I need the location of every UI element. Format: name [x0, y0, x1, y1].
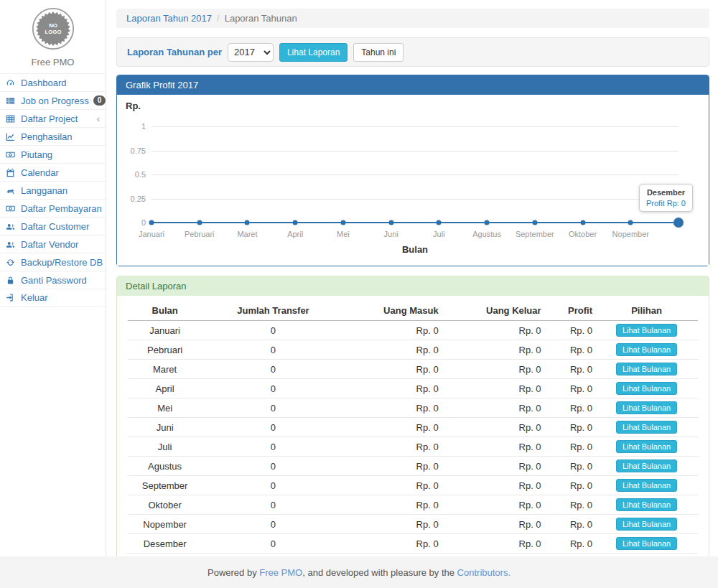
- x-tick-label: Juli: [433, 230, 445, 238]
- sidebar-item-label: Langganan: [21, 185, 67, 196]
- sidebar-item-daftar-vendor[interactable]: Daftar Vendor: [0, 235, 106, 253]
- table-row-september: September0Rp. 0Rp. 0Rp. 0Lihat Bulanan: [128, 476, 698, 495]
- lihat-bulanan-button[interactable]: Lihat Bulanan: [616, 459, 677, 472]
- lihat-bulanan-button[interactable]: Lihat Bulanan: [616, 440, 677, 453]
- sidebar-item-dashboard[interactable]: Dashboard: [0, 73, 106, 91]
- breadcrumb-link[interactable]: Laporan Tahun 2017: [126, 13, 212, 24]
- lihat-bulanan-button[interactable]: Lihat Bulanan: [616, 401, 677, 414]
- cell-pilihan: Lihat Bulanan: [595, 321, 698, 340]
- data-point-juni[interactable]: [388, 220, 393, 225]
- column-header-bulan: Bulan: [128, 302, 202, 321]
- data-point-agustus[interactable]: [485, 220, 490, 225]
- data-point-januari[interactable]: [149, 220, 154, 225]
- cell-bulan: Pebruari: [128, 340, 202, 360]
- svg-text:NO: NO: [49, 22, 57, 29]
- main-content: Laporan Tahun 2017 / Laporan Tahunan Lap…: [106, 0, 718, 556]
- job-count-badge: 0: [93, 95, 106, 106]
- data-point-juli[interactable]: [437, 220, 442, 225]
- data-point-september[interactable]: [532, 220, 537, 225]
- lihat-bulanan-button[interactable]: Lihat Bulanan: [616, 324, 677, 337]
- data-point-nopember[interactable]: [628, 220, 633, 225]
- lihat-bulanan-button[interactable]: Lihat Bulanan: [616, 421, 677, 434]
- tahun-ini-button[interactable]: Tahun ini: [353, 43, 404, 62]
- lihat-bulanan-button[interactable]: Lihat Bulanan: [616, 537, 677, 550]
- money-icon: [6, 150, 17, 159]
- table-row-maret: Maret0Rp. 0Rp. 0Rp. 0Lihat Bulanan: [128, 360, 698, 379]
- sidebar-item-penghasilan[interactable]: Penghasilan: [0, 127, 106, 145]
- table-row-mei: Mei0Rp. 0Rp. 0Rp. 0Lihat Bulanan: [128, 398, 698, 418]
- lihat-bulanan-button[interactable]: Lihat Bulanan: [616, 382, 677, 395]
- footer-text-middle: , and developed with pleasure by the: [302, 567, 457, 578]
- cell-keluar: Rp. 0: [442, 515, 544, 534]
- x-tick-label: Juni: [384, 230, 398, 238]
- sidebar-item-label: Daftar Vendor: [21, 239, 78, 250]
- cell-masuk: Rp. 0: [345, 321, 442, 340]
- sidebar-item-ganti-password[interactable]: Ganti Password: [0, 271, 106, 289]
- cell-masuk: Rp. 0: [345, 534, 442, 554]
- cell-keluar: Rp. 0: [442, 418, 544, 437]
- sidebar-item-langganan[interactable]: Langganan: [0, 181, 106, 199]
- sidebar-item-keluar[interactable]: Keluar: [0, 289, 106, 307]
- cell-pilihan: Lihat Bulanan: [595, 418, 698, 437]
- cell-pilihan: Lihat Bulanan: [595, 437, 698, 457]
- lihat-bulanan-button[interactable]: Lihat Bulanan: [616, 479, 677, 492]
- data-point-mei[interactable]: [340, 220, 345, 225]
- lihat-bulanan-button[interactable]: Lihat Bulanan: [616, 498, 677, 511]
- cell-bulan: Juni: [128, 418, 202, 437]
- sidebar: NOLOGO Free PMO DashboardJob on Progress…: [0, 0, 106, 556]
- app-window: NOLOGO Free PMO DashboardJob on Progress…: [0, 0, 718, 556]
- cell-keluar: Rp. 0: [442, 340, 544, 360]
- x-tick-label: Agustus: [472, 230, 501, 238]
- footer-contributors-link[interactable]: Contributors.: [457, 567, 510, 578]
- cell-bulan: Desember: [128, 534, 202, 554]
- cell-bulan: September: [128, 476, 202, 495]
- sidebar-item-label: Backup/Restore DB: [21, 257, 103, 268]
- cell-transfer: 0: [202, 534, 345, 554]
- breadcrumb: Laporan Tahun 2017 / Laporan Tahunan: [116, 9, 709, 28]
- lihat-bulanan-button[interactable]: Lihat Bulanan: [616, 363, 677, 375]
- x-tick-label: Mei: [337, 230, 350, 238]
- data-point-desember[interactable]: [673, 218, 684, 228]
- cell-profit: Rp. 0: [544, 515, 595, 534]
- sidebar-item-daftar-customer[interactable]: Daftar Customer: [0, 217, 106, 235]
- lihat-bulanan-button[interactable]: Lihat Bulanan: [616, 343, 677, 356]
- column-header-uang-keluar: Uang Keluar: [442, 302, 544, 321]
- total-cell-transfer: 0: [202, 554, 345, 557]
- sidebar-item-label: Keluar: [21, 292, 48, 303]
- cell-profit: Rp. 0: [544, 457, 595, 476]
- detail-table-body: Januari0Rp. 0Rp. 0Rp. 0Lihat BulananPebr…: [128, 321, 698, 554]
- sidebar-item-piutang[interactable]: Piutang: [0, 145, 106, 163]
- lihat-bulanan-button[interactable]: Lihat Bulanan: [616, 518, 677, 531]
- year-select[interactable]: 2017: [228, 43, 274, 62]
- cell-transfer: 0: [202, 418, 345, 437]
- footer-brand-link[interactable]: Free PMO: [259, 567, 302, 578]
- cell-bulan: Juli: [128, 437, 202, 457]
- x-tick-label: Oktober: [569, 230, 597, 238]
- cell-bulan: Januari: [128, 321, 202, 340]
- cell-profit: Rp. 0: [544, 379, 595, 398]
- cell-profit: Rp. 0: [544, 360, 595, 379]
- sidebar-item-label: Daftar Project: [21, 113, 78, 124]
- sign-out-icon: [6, 293, 17, 302]
- sidebar-item-job-on-progress[interactable]: Job on Progress0: [0, 91, 106, 109]
- cell-profit: Rp. 0: [544, 340, 595, 360]
- data-point-pebruari[interactable]: [197, 220, 202, 225]
- sidebar-item-backup-restore-db[interactable]: Backup/Restore DB: [0, 253, 106, 271]
- sidebar-item-calendar[interactable]: Calendar: [0, 163, 106, 181]
- table-row-agustus: Agustus0Rp. 0Rp. 0Rp. 0Lihat Bulanan: [128, 457, 698, 476]
- app-logo[interactable]: NOLOGO: [32, 7, 75, 50]
- detail-panel-title: Detail Laporan: [117, 276, 709, 296]
- lihat-laporan-button[interactable]: Lihat Laporan: [279, 43, 348, 62]
- y-tick-label: 0: [117, 218, 146, 227]
- cell-pilihan: Lihat Bulanan: [595, 476, 698, 495]
- cell-keluar: Rp. 0: [442, 437, 544, 457]
- data-point-april[interactable]: [293, 220, 298, 225]
- sidebar-item-daftar-project[interactable]: Daftar Project‹: [0, 109, 106, 127]
- sidebar-item-label: Ganti Password: [21, 275, 87, 286]
- tooltip-value: Profit Rp: 0: [646, 199, 686, 207]
- users-icon: [6, 222, 17, 231]
- sidebar-item-daftar-pembayaran[interactable]: Daftar Pembayaran: [0, 199, 106, 217]
- cell-masuk: Rp. 0: [345, 340, 442, 360]
- data-point-maret[interactable]: [245, 220, 250, 225]
- data-point-oktober[interactable]: [580, 220, 585, 225]
